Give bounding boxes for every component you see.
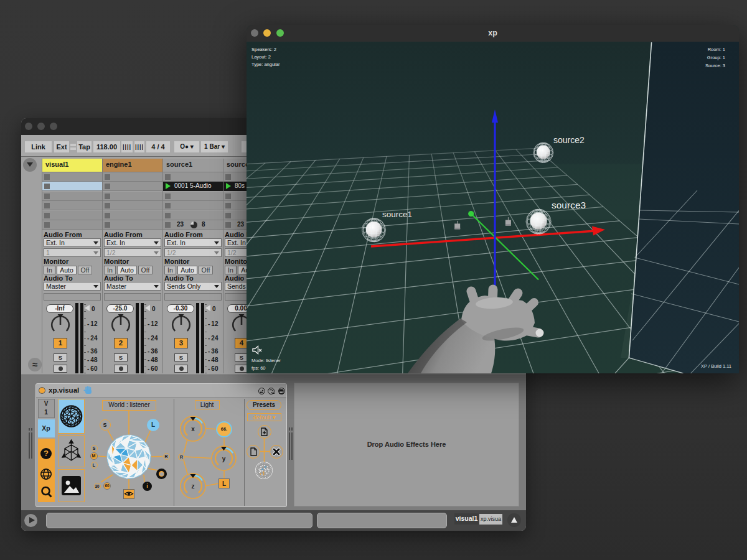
- svg-text:XP / Build 1.11: XP / Build 1.11: [701, 363, 731, 369]
- svg-text:fps: 60: fps: 60: [251, 365, 266, 371]
- svg-text:source3: source3: [552, 200, 586, 210]
- svg-text:Speakers: 2: Speakers: 2: [251, 47, 276, 52]
- svg-text:Layout: 2: Layout: 2: [251, 54, 271, 60]
- svg-text:Mode: listener: Mode: listener: [251, 358, 281, 363]
- svg-text:source2: source2: [553, 135, 585, 145]
- svg-text:Source: 3: Source: 3: [705, 63, 725, 68]
- svg-text:y: y: [222, 455, 226, 462]
- svg-text:Group: 1: Group: 1: [707, 55, 725, 60]
- svg-text:z: z: [191, 483, 194, 490]
- svg-text:Room: 1: Room: 1: [708, 47, 725, 52]
- svg-text:Type: angular: Type: angular: [251, 62, 280, 67]
- svg-text:source1: source1: [382, 210, 412, 219]
- svg-text:x: x: [191, 426, 195, 432]
